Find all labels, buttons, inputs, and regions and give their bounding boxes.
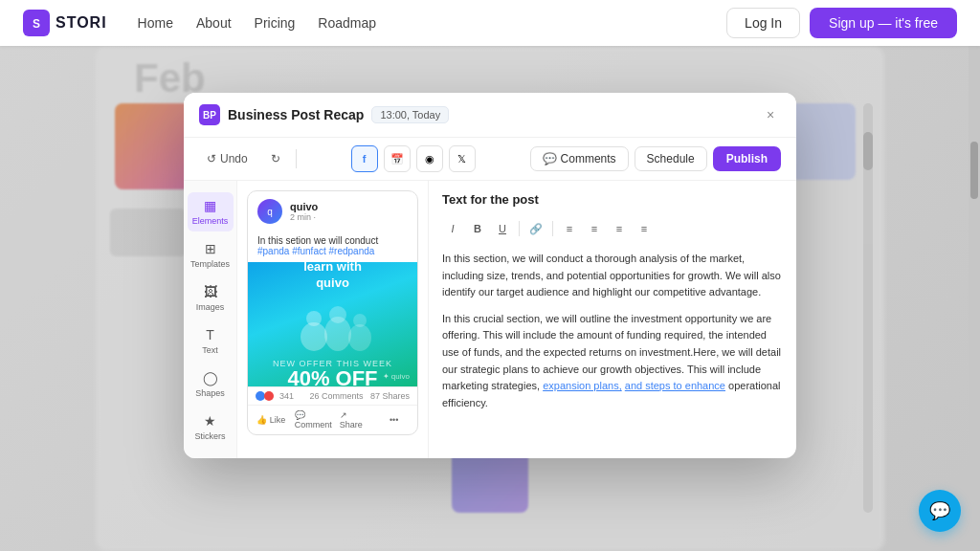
modal-body: ▦ Elements ⊞ Templates 🖼 Images T Text ◯ xyxy=(184,181,796,458)
editor-content[interactable]: In this section, we will conduct a thoro… xyxy=(442,251,783,421)
stickers-icon: ★ xyxy=(204,413,216,429)
comments-icon: 💬 xyxy=(543,152,557,165)
templates-label: Templates xyxy=(190,259,230,269)
svg-point-2 xyxy=(301,322,327,351)
format-underline[interactable]: U xyxy=(492,218,513,239)
fb-hashtags: #panda #funfact #redpanda xyxy=(257,246,408,256)
login-button[interactable]: Log In xyxy=(726,8,800,38)
fb-stats-right: 26 Comments 87 Shares xyxy=(309,391,410,401)
social-calendar[interactable]: 📅 xyxy=(384,145,411,172)
facebook-post: q quivo 2 min · In this setion we will c… xyxy=(247,190,418,435)
text-editor[interactable]: Text for the post I B U 🔗 ≡ ≡ ≡ ≡ In thi… xyxy=(429,181,796,458)
fb-actions: 👍 Like 💬 Comment ↗ Share ••• xyxy=(248,405,417,434)
format-link[interactable]: 🔗 xyxy=(525,218,546,239)
comments-button[interactable]: 💬 Comments xyxy=(530,146,629,171)
modal: BP Business Post Recap 13:00, Today × ↺ … xyxy=(184,93,796,458)
templates-icon: ⊞ xyxy=(205,241,216,256)
fb-reaction-count: 341 xyxy=(279,391,294,401)
nav-link-roadmap[interactable]: Roadmap xyxy=(318,15,376,31)
fb-avatar: q xyxy=(257,199,282,224)
modal-title: Business Post Recap xyxy=(228,107,364,122)
shapes-label: Shapes xyxy=(195,388,225,398)
chat-bubble[interactable]: 💬 xyxy=(919,490,961,532)
fb-post-image: learn withquivo xyxy=(248,262,417,386)
redo-button[interactable]: ↻ xyxy=(263,148,288,169)
sidebar-tool-stickers[interactable]: ★ Stickers xyxy=(188,408,234,447)
fb-more-btn[interactable]: ••• xyxy=(378,410,410,430)
format-align-center[interactable]: ≡ xyxy=(584,218,605,239)
fb-comments-count: 26 Comments xyxy=(309,391,363,401)
svg-text:S: S xyxy=(33,17,40,31)
undo-button[interactable]: ↺ Undo xyxy=(199,148,256,169)
social-twitter[interactable]: 𝕏 xyxy=(449,145,476,172)
editor-tb-sep2 xyxy=(552,221,553,236)
text-label: Text xyxy=(202,345,218,355)
social-instagram[interactable]: ◉ xyxy=(416,145,443,172)
fb-post-text: In this setion we will conduct #panda #f… xyxy=(248,231,417,262)
editor-para-2: In this crucial section, we will outline… xyxy=(442,311,783,412)
modal-overlay: BP Business Post Recap 13:00, Today × ↺ … xyxy=(0,0,980,551)
images-label: Images xyxy=(196,302,225,312)
fb-shares-count: 87 Shares xyxy=(370,391,410,401)
modal-header-left: BP Business Post Recap 13:00, Today xyxy=(199,104,449,125)
editor-para-1: In this section, we will conduct a thoro… xyxy=(442,251,783,301)
fb-image-headline: learn withquivo xyxy=(303,259,362,292)
elements-label: Elements xyxy=(192,216,229,226)
logo-text: STORI xyxy=(56,14,107,32)
modal-toolbar: ↺ Undo ↻ f 📅 ◉ 𝕏 💬 Comments Schedule Pub… xyxy=(184,138,796,181)
fb-image-people xyxy=(295,303,371,355)
toolbar-actions: 💬 Comments Schedule Publish xyxy=(530,146,781,171)
schedule-button[interactable]: Schedule xyxy=(635,146,707,171)
navbar: S STORI Home About Pricing Roadmap Log I… xyxy=(0,0,980,46)
fb-comment-btn[interactable]: 💬 Comment xyxy=(295,410,332,430)
modal-time-badge: 13:00, Today xyxy=(371,106,449,123)
svg-point-3 xyxy=(306,311,322,326)
modal-close-button[interactable]: × xyxy=(760,104,781,125)
comments-label: Comments xyxy=(561,152,616,165)
sidebar-tool-text[interactable]: T Text xyxy=(188,321,234,361)
editor-link-expansion[interactable]: expansion plans, xyxy=(543,380,622,391)
svg-point-6 xyxy=(348,324,371,351)
nav-link-about[interactable]: About xyxy=(196,15,232,31)
social-facebook[interactable]: f xyxy=(351,145,378,172)
sidebar-tool-shapes[interactable]: ◯ Shapes xyxy=(188,364,234,404)
fb-post-time: 2 min · xyxy=(290,212,318,222)
shapes-icon: ◯ xyxy=(203,370,218,386)
format-bold[interactable]: B xyxy=(467,218,488,239)
fb-like-btn[interactable]: 👍 Like xyxy=(256,410,287,430)
chat-bubble-icon: 💬 xyxy=(929,500,950,521)
navbar-actions: Log In Sign up — it's free xyxy=(726,8,957,38)
undo-icon: ↺ xyxy=(207,152,216,165)
format-align-right[interactable]: ≡ xyxy=(609,218,630,239)
modal-icon: BP xyxy=(199,104,220,125)
nav-link-home[interactable]: Home xyxy=(138,15,173,31)
format-align-left[interactable]: ≡ xyxy=(559,218,580,239)
images-icon: 🖼 xyxy=(204,284,217,299)
fb-profile-name: quivo xyxy=(290,201,318,212)
format-italic[interactable]: I xyxy=(442,218,463,239)
sidebar-tool-images[interactable]: 🖼 Images xyxy=(188,278,234,318)
svg-point-7 xyxy=(353,314,367,327)
editor-toolbar: I B U 🔗 ≡ ≡ ≡ ≡ xyxy=(442,214,783,243)
fb-reactions: 341 xyxy=(256,391,294,401)
logo-icon: S xyxy=(23,10,50,36)
modal-header: BP Business Post Recap 13:00, Today × xyxy=(184,93,796,138)
navbar-links: Home About Pricing Roadmap xyxy=(138,15,727,31)
nav-link-pricing[interactable]: Pricing xyxy=(255,15,296,31)
publish-button[interactable]: Publish xyxy=(713,146,781,171)
people-svg xyxy=(295,303,371,351)
fb-profile-info: quivo 2 min · xyxy=(290,201,318,222)
toolbar-social: f 📅 ◉ 𝕏 xyxy=(304,145,523,172)
reaction-heart xyxy=(264,391,274,401)
editor-link-steps[interactable]: and steps to enhance xyxy=(625,380,725,391)
toolbar-sep xyxy=(296,149,297,168)
format-align-justify[interactable]: ≡ xyxy=(634,218,655,239)
text-icon: T xyxy=(206,327,214,342)
sidebar-tool-templates[interactable]: ⊞ Templates xyxy=(188,235,234,275)
sidebar-tool-elements[interactable]: ▦ Elements xyxy=(188,192,234,231)
fb-share-btn[interactable]: ↗ Share xyxy=(340,410,371,430)
signup-button[interactable]: Sign up — it's free xyxy=(810,8,957,38)
editor-tb-sep1 xyxy=(519,221,520,236)
fb-post-header: q quivo 2 min · xyxy=(248,191,417,231)
logo[interactable]: S STORI xyxy=(23,10,107,36)
